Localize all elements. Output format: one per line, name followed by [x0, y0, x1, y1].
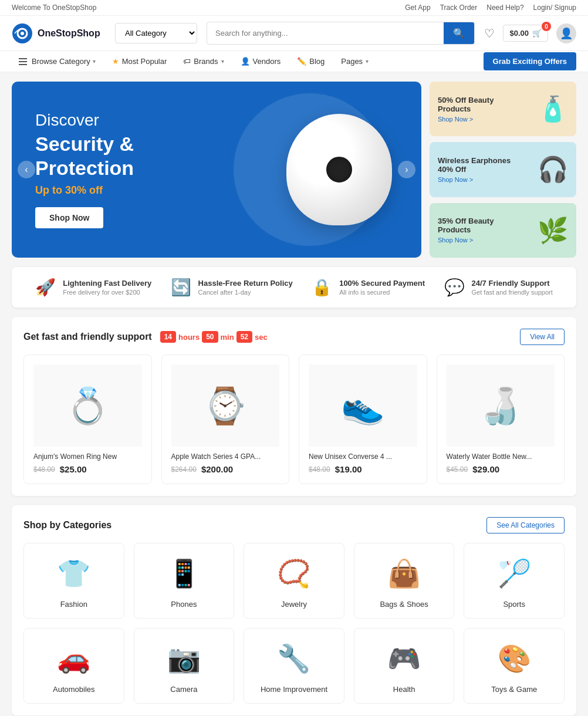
search-input[interactable] — [207, 23, 444, 43]
nav-blog[interactable]: ✏️ Blog — [290, 51, 332, 72]
price-new-bottle: $29.00 — [472, 464, 499, 474]
side-banner-1-text: 50% Off BeautyProducts Shop Now > — [438, 96, 494, 123]
nav-browse-category[interactable]: Browse Category ▾ — [12, 51, 103, 72]
feature-delivery: 🚀 Lightening Fast Delivery Free delivery… — [35, 278, 151, 297]
feature-payment-title: 100% Secured Payment — [339, 279, 425, 288]
category-select[interactable]: All Category Electronics Fashion Sports — [115, 23, 197, 43]
hero-shop-button[interactable]: Shop Now — [35, 207, 103, 228]
category-home-improvement[interactable]: 🔧 Home Improvement — [244, 628, 344, 704]
hero-text: Discover Security &Protection Up to 30% … — [35, 111, 134, 229]
camera-product — [286, 114, 392, 225]
category-health-image: 🎮 — [384, 638, 425, 679]
timer-sep-2: min — [221, 333, 234, 342]
camera-lens — [325, 155, 354, 184]
features-bar: 🚀 Lightening Fast Delivery Free delivery… — [12, 267, 576, 308]
nav-most-popular[interactable]: ★ Most Popular — [105, 51, 174, 72]
category-automobiles[interactable]: 🚗 Automobiles — [23, 628, 124, 704]
timer-sep-3: sec — [255, 333, 268, 342]
product-image-bottle: 🍶 — [447, 364, 555, 447]
feature-return-text: Hassle-Free Return Policy Cancel after 1… — [198, 279, 293, 296]
product-card-bottle[interactable]: 🍶 Waterly Water Bottle New... $45.00 $29… — [437, 354, 565, 484]
category-sports[interactable]: 🏸 Sports — [464, 543, 565, 619]
category-health[interactable]: 🎮 Health — [354, 628, 455, 704]
category-home-image: 🔧 — [273, 638, 315, 679]
side-banner-3-text: 35% Off BeautyProducts Shop Now > — [438, 217, 494, 244]
side-banner-3-link[interactable]: Shop Now > — [438, 237, 494, 244]
category-jewelry[interactable]: 📿 Jewelry — [244, 543, 344, 619]
feature-payment-sub: All info is secured — [339, 289, 425, 296]
side-banner-3[interactable]: 35% Off BeautyProducts Shop Now > 🌿 — [430, 203, 576, 258]
product-card-shoes[interactable]: 👟 New Unisex Converse 4 ... $48.00 $19.0… — [299, 354, 427, 484]
price-old-bottle: $45.00 — [447, 465, 468, 474]
products-grid: 💍 Anjum's Women Ring New $48.00 $25.00 ⌚… — [23, 354, 565, 484]
need-help-link[interactable]: Need Help? — [486, 4, 523, 12]
feature-payment-text: 100% Secured Payment All info is secured — [339, 279, 425, 296]
get-app-link[interactable]: Get App — [405, 4, 430, 12]
hero-title: Security &Protection — [35, 132, 134, 180]
menu-icon — [19, 58, 27, 65]
support-icon: 💬 — [444, 278, 465, 297]
side-banner-2[interactable]: Wireless Earphones40% Off Shop Now > 🎧 — [430, 142, 576, 197]
search-button[interactable]: 🔍 — [444, 22, 474, 44]
blog-icon: ✏️ — [297, 57, 306, 66]
category-automobiles-image: 🚗 — [53, 638, 94, 679]
hero-section: ‹ Discover Security &Protection Up to 30… — [0, 72, 588, 267]
cart-badge: 0 — [542, 22, 551, 31]
product-card-ring[interactable]: 💍 Anjum's Women Ring New $48.00 $25.00 — [23, 354, 152, 484]
categories-grid: 👕 Fashion 📱 Phones 📿 Jewelry 👜 Bags & Sh… — [23, 543, 565, 704]
product-price-shoes: $48.00 $19.00 — [309, 464, 417, 474]
feature-return-sub: Cancel after 1-day — [198, 289, 293, 296]
product-name-shoes: New Unisex Converse 4 ... — [309, 452, 417, 461]
hero-prev-button[interactable]: ‹ — [18, 161, 35, 178]
track-order-link[interactable]: Track Order — [440, 4, 478, 12]
side-banner-1[interactable]: 50% Off BeautyProducts Shop Now > 🧴 — [430, 82, 576, 136]
category-bags-shoes[interactable]: 👜 Bags & Shoes — [354, 543, 455, 619]
category-phones[interactable]: 📱 Phones — [134, 543, 235, 619]
nav-vendors[interactable]: 👤 Vendors — [234, 51, 288, 72]
feature-support-text: 24/7 Friendly Support Get fast and frien… — [472, 279, 553, 296]
product-price-watch: $264.00 $200.00 — [171, 464, 280, 474]
side-banner-1-link[interactable]: Shop Now > — [438, 116, 494, 123]
product-card-watch[interactable]: ⌚ Apple Watch Series 4 GPA... $264.00 $2… — [161, 354, 290, 484]
product-image-ring: 💍 — [33, 364, 142, 447]
category-fashion[interactable]: 👕 Fashion — [23, 543, 124, 619]
flash-deals-header: Get fast and friendly support 14 hours 5… — [23, 329, 565, 345]
hero-product-image — [275, 114, 404, 225]
category-fashion-label: Fashion — [33, 600, 114, 609]
category-toys-game[interactable]: 🎨 Toys & Game — [464, 628, 565, 704]
category-camera[interactable]: 📷 Camera — [134, 628, 235, 704]
category-fashion-image: 👕 — [53, 553, 94, 594]
price-new-shoes: $19.00 — [335, 464, 362, 474]
logo[interactable]: OneStopShop — [12, 23, 106, 44]
grab-offers-button[interactable]: Grab Exciting Offers — [484, 52, 576, 70]
star-icon: ★ — [112, 57, 119, 66]
category-automobiles-label: Automobiles — [33, 685, 114, 694]
countdown-timer: 14 hours 50 min 52 sec — [160, 331, 268, 343]
hero-next-button[interactable]: › — [398, 161, 415, 178]
see-all-categories-button[interactable]: See All Categories — [486, 517, 565, 533]
top-bar-links: Get App Track Order Need Help? Login/ Si… — [405, 4, 576, 12]
product-image-watch: ⌚ — [171, 364, 280, 447]
nav-pages[interactable]: Pages ▾ — [334, 51, 376, 72]
header-icons: ♡ $0.00 🛒 0 👤 — [484, 23, 576, 43]
feature-delivery-text: Lightening Fast Delivery Free delivery f… — [63, 279, 151, 296]
login-signup-link[interactable]: Login/ Signup — [533, 4, 576, 12]
wishlist-icon[interactable]: ♡ — [484, 26, 495, 40]
brands-chevron-icon: ▾ — [221, 58, 224, 65]
price-old-shoes: $48.00 — [309, 465, 330, 474]
avatar[interactable]: 👤 — [556, 23, 576, 43]
cart-amount: $0.00 — [509, 29, 529, 38]
feature-support-title: 24/7 Friendly Support — [472, 279, 553, 288]
category-bags-image: 👜 — [384, 553, 425, 594]
top-bar-welcome: Welcome To OneStopShop — [12, 4, 96, 12]
hero-subtitle: Discover — [35, 111, 134, 130]
cart-button[interactable]: $0.00 🛒 0 — [503, 25, 548, 42]
view-all-button[interactable]: View All — [520, 329, 565, 345]
nav-brands[interactable]: 🏷 Brands ▾ — [176, 51, 231, 72]
flash-deals-header-left: Get fast and friendly support 14 hours 5… — [23, 331, 268, 343]
price-old-watch: $264.00 — [171, 465, 197, 474]
return-icon: 🔄 — [171, 278, 191, 297]
side-banner-2-link[interactable]: Shop Now > — [438, 176, 511, 183]
hero-banner: ‹ Discover Security &Protection Up to 30… — [12, 82, 421, 258]
product-image-shoes: 👟 — [309, 364, 417, 447]
